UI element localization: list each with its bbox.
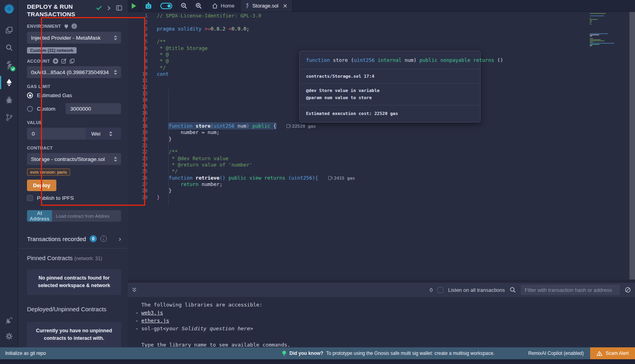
value-unit-select[interactable]: Wei [86,128,121,140]
contract-value: Storage - contracts/Storage.sol [31,156,114,162]
home-tab-label: Home [221,3,235,9]
copilot-status[interactable]: RemixAI Copilot (enabled) [528,351,584,356]
editor-scrollbar[interactable] [629,12,635,280]
icon-rail [0,0,18,347]
deployed-contracts-title: Deployed/Unpinned Contracts [27,306,121,312]
expand-panel-icon[interactable] [107,6,111,11]
deploy-and-run-icon[interactable] [0,75,18,90]
ai-copilot-button[interactable] [140,0,156,11]
tooltip-gas-cost: Estimated execution cost: 22520 gas [300,105,480,122]
code-line: number = num; [157,129,587,136]
terminal-library-link[interactable]: ethers.js [141,317,169,325]
terminal-filter-input[interactable] [521,285,620,295]
pin-panel-icon[interactable] [116,5,122,11]
account-select[interactable]: 0xA03...85ac4 (0.398673504934 [27,66,121,78]
code-line [157,19,587,25]
estimated-gas-row: Estimated Gas [27,92,121,98]
transactions-info-icon[interactable]: i [100,236,107,242]
at-address-button[interactable]: At Address [27,210,52,222]
run-script-button[interactable] [128,0,140,11]
terminal-header: 0 Listen on all transactions [128,283,635,297]
line-number: 29 [128,194,150,201]
tooltip-location: contracts/Storage.sol 17:4 [300,69,480,84]
value-unit: Wei [91,131,104,137]
line-number: 19 [128,129,150,136]
estimated-gas-radio[interactable] [27,92,33,98]
editor-minimap[interactable] [590,13,626,48]
publish-ipfs-label: Publish to IPFS [37,195,74,201]
git-init-status[interactable]: Initialize as git repo [5,351,46,356]
value-label: VALUE [27,120,121,125]
publish-ipfs-checkbox[interactable] [27,195,33,201]
select-arrows-icon [114,35,117,40]
line-number: 23 [128,155,150,162]
deploy-button[interactable]: Deploy [27,180,56,191]
search-icon[interactable] [0,40,18,56]
terminal-resize-handle[interactable] [128,280,635,283]
contract-label: CONTRACT [27,146,121,150]
file-explorer-icon[interactable] [0,22,18,38]
git-icon[interactable] [0,109,18,125]
rail-bottom-group [0,312,18,344]
account-value: 0xA03...85ac4 (0.398673504934 [31,69,114,75]
tab-home[interactable]: Home [206,0,240,11]
gas-estimate-badge: 2415 gas [328,175,355,182]
line-number: 24 [128,162,150,168]
transactions-recorded-label: Transactions recorded [27,236,86,242]
code-line: } [157,136,587,142]
line-number: 25 [128,168,150,174]
terminal-line: •web3.js [131,309,632,317]
file-tab-label: Storage.sol [252,3,279,9]
collapse-terminal-icon[interactable] [132,287,137,293]
terminal-line: The following libraries are accessible: [131,301,632,309]
terminal-library-link[interactable]: web3.js [141,309,163,317]
plugin-manager-icon[interactable] [0,312,18,328]
code-line: } [157,188,587,194]
scam-alert-button[interactable]: Scam Alert [590,347,635,359]
line-number: 20 [128,136,150,142]
zoom-out-button[interactable] [177,0,191,11]
solidity-compiler-icon[interactable] [0,57,18,73]
compile-success-badge [10,66,15,71]
sign-message-icon[interactable] [61,58,67,64]
terminal-line [131,333,632,341]
function-hover-tooltip: function store (uint256 internal num) pu… [299,51,481,123]
panel-title: DEPLOY & RUN TRANSACTIONS [27,3,90,18]
clear-console-icon[interactable] [625,287,631,293]
value-input[interactable] [27,128,86,140]
code-line: function retrieve() public view returns … [157,175,587,181]
copy-account-icon[interactable] [69,58,75,64]
terminal-search-icon [510,287,516,293]
custom-gas-input[interactable] [65,103,121,114]
debugger-icon[interactable] [0,92,18,108]
svg-text:i: i [73,25,75,29]
at-address-input[interactable] [52,210,121,222]
solidity-file-icon [245,3,250,9]
line-number: 14 [128,97,150,103]
zoom-in-button[interactable] [191,0,206,11]
status-bar: Initialize as git repo Did you know? To … [0,347,635,359]
plug-icon[interactable] [64,24,69,29]
deployed-contracts-empty: Currently you have no unpinned contracts… [27,322,121,348]
terminal-line: •ethers.js [131,317,632,325]
add-account-icon[interactable] [53,58,58,64]
settings-gear-icon[interactable] [0,328,18,344]
custom-gas-radio[interactable] [27,106,33,112]
account-label: ACCOUNT [27,59,50,63]
close-tab-icon[interactable]: ✕ [283,3,287,9]
estimated-gas-label: Estimated Gas [37,92,72,98]
line-number: 22 [128,149,150,155]
environment-select[interactable]: Injected Provider - MetaMask [27,32,121,44]
remix-logo-icon[interactable] [0,0,18,19]
listen-all-checkbox[interactable] [437,287,443,293]
copilot-toggle[interactable] [156,0,176,11]
line-number: 7 [128,52,150,58]
tab-storage-sol[interactable]: Storage.sol ✕ [241,0,292,11]
at-address-row: At Address [27,210,121,222]
environment-info-icon[interactable]: i [71,23,77,29]
code-line: */ [157,168,587,174]
transactions-expand-icon[interactable]: › [119,236,121,242]
terminal-tx-count: 0 [430,287,433,293]
contract-select[interactable]: Storage - contracts/Storage.sol [27,153,121,165]
compiled-check-icon [96,6,102,10]
